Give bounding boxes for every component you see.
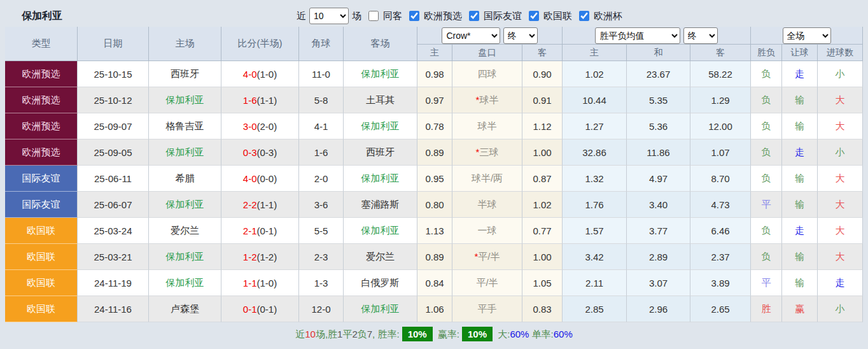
col-header-away: 客场 bbox=[344, 27, 417, 61]
handicap-cell: 平手 bbox=[452, 296, 522, 322]
away-team: 保加利亚 bbox=[344, 61, 417, 87]
subheader-handicap-result: 让球 bbox=[782, 45, 818, 61]
type-badge: 国际友谊 bbox=[5, 166, 78, 192]
odds-away-cell: 0.83 bbox=[522, 296, 563, 322]
odds-panel-header: Crow* 终 bbox=[417, 27, 563, 45]
filter-checkbox-3[interactable] bbox=[579, 11, 589, 21]
corners-cell: 11-0 bbox=[299, 61, 344, 87]
handicap-value: 平/半 bbox=[476, 277, 498, 288]
avg-draw-cell: 3.07 bbox=[627, 270, 690, 296]
summary-segment: 单率: bbox=[529, 329, 553, 339]
table-row: 欧洲预选 25-09-07 格鲁吉亚 3-0(2-0) 4-1 保加利亚 0.7… bbox=[5, 113, 863, 139]
col-header-type: 类型 bbox=[5, 27, 78, 61]
same-opponent-checkbox[interactable] bbox=[368, 11, 379, 21]
odds-away-cell: 1.02 bbox=[522, 192, 563, 218]
date-cell: 24-11-19 bbox=[78, 270, 149, 296]
score-cell: 0-1(0-1) bbox=[221, 296, 299, 322]
halftime-score: (0-3) bbox=[257, 147, 277, 158]
odds-home-cell: 0.98 bbox=[417, 61, 452, 87]
handicap-result-cell: 输 bbox=[782, 166, 818, 192]
type-badge: 欧国联 bbox=[5, 244, 78, 270]
col-header-date: 日期 bbox=[78, 27, 149, 61]
filter-checkbox-0[interactable] bbox=[409, 11, 419, 21]
recent-prefix-label: 近 bbox=[297, 10, 306, 22]
subheader-odds-away: 客 bbox=[522, 45, 563, 61]
avg-home-cell: 1.57 bbox=[563, 218, 627, 244]
summary-segment: 60% bbox=[510, 329, 529, 339]
avg-type-select[interactable]: 胜平负均值 bbox=[595, 27, 680, 44]
odds-company-select[interactable]: Crow* bbox=[442, 27, 500, 44]
handicap-result-cell: 输 bbox=[782, 87, 818, 113]
filter-checkbox-2[interactable] bbox=[529, 11, 539, 21]
winlose-result-cell: 负 bbox=[751, 139, 782, 166]
table-row: 国际友谊 25-06-07 保加利亚 2-2(1-1) 3-6 塞浦路斯 0.8… bbox=[5, 192, 863, 218]
type-badge: 欧洲预选 bbox=[5, 61, 78, 87]
match-rows: 欧洲预选 25-10-15 西班牙 4-0(1-0) 11-0 保加利亚 0.9… bbox=[5, 61, 863, 322]
date-cell: 25-06-11 bbox=[78, 166, 149, 192]
away-team: 白俄罗斯 bbox=[344, 270, 417, 296]
avg-draw-cell: 5.35 bbox=[627, 87, 690, 113]
filter-checkbox-1[interactable] bbox=[469, 11, 479, 21]
date-cell: 25-03-21 bbox=[78, 244, 149, 270]
away-team: 保加利亚 bbox=[344, 296, 417, 322]
corners-cell: 2-3 bbox=[299, 244, 344, 270]
corners-cell: 1-3 bbox=[299, 270, 344, 296]
date-cell: 25-09-07 bbox=[78, 113, 149, 139]
avg-stage-select[interactable]: 终 bbox=[683, 27, 718, 44]
same-opponent-label: 同客 bbox=[383, 10, 402, 22]
corners-cell: 5-8 bbox=[299, 87, 344, 113]
goals-result-cell: 大 bbox=[818, 192, 863, 218]
handicap-cell: 球半 bbox=[452, 113, 522, 139]
handicap-value: 一球 bbox=[478, 225, 497, 236]
col-header-corners: 角球 bbox=[299, 27, 344, 61]
avg-draw-cell: 4.97 bbox=[627, 166, 690, 192]
home-team: 保加利亚 bbox=[149, 244, 221, 270]
table-row: 欧国联 25-03-21 保加利亚 1-2(1-2) 2-3 爱尔兰 0.89 … bbox=[5, 244, 863, 270]
fulltime-score: 2-2 bbox=[243, 199, 257, 210]
scope-select[interactable]: 全场 bbox=[783, 27, 831, 44]
date-cell: 25-09-05 bbox=[78, 139, 149, 166]
avg-away-cell: 1.29 bbox=[690, 87, 751, 113]
handicap-result-cell: 走 bbox=[782, 218, 818, 244]
summary-segment: 场,胜 bbox=[316, 329, 337, 339]
halftime-score: (1-1) bbox=[257, 95, 277, 106]
avg-away-cell: 1.07 bbox=[690, 139, 751, 166]
odds-stage-select[interactable]: 终 bbox=[503, 27, 538, 44]
filter-label-nations-league: 欧国联 bbox=[543, 10, 572, 22]
summary-segment: 7 bbox=[367, 329, 372, 339]
table-header: 类型 日期 主场 比分(半场) 角球 客场 Crow* 终 胜平负均值 终 全场 bbox=[5, 27, 863, 61]
odds-home-cell: 1.13 bbox=[417, 218, 452, 244]
avg-draw-cell: 5.36 bbox=[627, 113, 690, 139]
avg-home-cell: 10.44 bbox=[563, 87, 627, 113]
home-team: 保加利亚 bbox=[149, 270, 221, 296]
fulltime-score: 3-0 bbox=[243, 121, 257, 132]
handicap-value: 三球 bbox=[479, 146, 498, 157]
corners-cell: 12-0 bbox=[299, 296, 344, 322]
avg-home-cell: 1.32 bbox=[563, 166, 627, 192]
handicap-cell: *球半 bbox=[452, 87, 522, 113]
handicap-result-cell: 赢 bbox=[782, 296, 818, 322]
avg-away-cell: 8.70 bbox=[690, 166, 751, 192]
summary-segment: 负 bbox=[358, 329, 367, 339]
away-team: 保加利亚 bbox=[344, 113, 417, 139]
avg-away-cell: 58.22 bbox=[690, 61, 751, 87]
home-team: 爱尔兰 bbox=[149, 218, 221, 244]
halftime-score: (0-0) bbox=[257, 173, 277, 184]
col-header-score: 比分(半场) bbox=[221, 27, 299, 61]
fulltime-score: 0-1 bbox=[243, 304, 257, 315]
date-cell: 25-03-24 bbox=[78, 218, 149, 244]
handicap-cell: 平/半 bbox=[452, 270, 522, 296]
fulltime-score: 4-0 bbox=[243, 173, 257, 184]
goals-result-cell: 小 bbox=[818, 296, 863, 322]
score-cell: 2-1(0-1) bbox=[221, 218, 299, 244]
handicap-value: 平/半 bbox=[478, 251, 500, 262]
goals-result-cell: 走 bbox=[818, 270, 863, 296]
avg-draw-cell: 11.86 bbox=[627, 139, 690, 166]
table-row: 欧国联 24-11-19 保加利亚 1-1(1-0) 1-3 白俄罗斯 0.84… bbox=[5, 270, 863, 296]
handicap-result-cell: 输 bbox=[782, 113, 818, 139]
corners-cell: 1-6 bbox=[299, 139, 344, 166]
recent-count-select[interactable]: 10 bbox=[309, 8, 349, 24]
corners-cell: 3-6 bbox=[299, 192, 344, 218]
avg-draw-cell: 3.77 bbox=[627, 218, 690, 244]
winlose-result-cell: 负 bbox=[751, 244, 782, 270]
